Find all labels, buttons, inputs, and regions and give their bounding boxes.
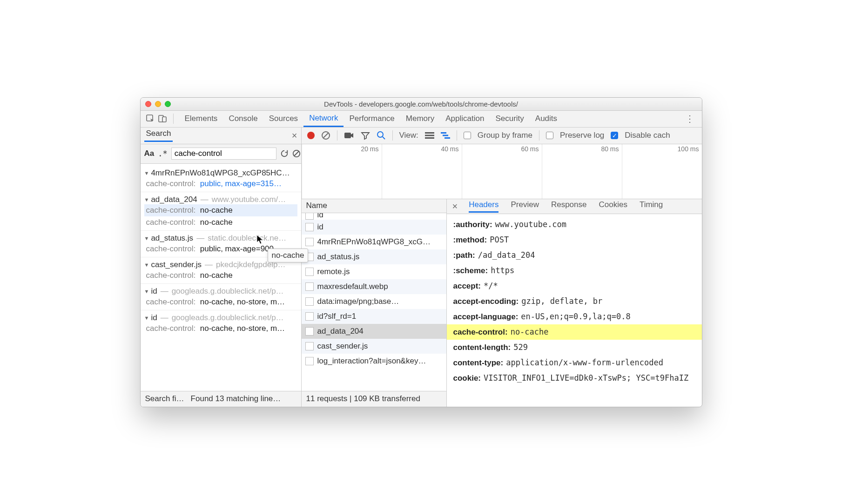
- request-details: × HeadersPreviewResponseCookiesTiming :a…: [447, 199, 702, 407]
- tab-performance[interactable]: Performance: [344, 110, 400, 127]
- request-row[interactable]: 4mrRnEPnWo81qWPG8_xcG…: [302, 235, 446, 249]
- camera-icon[interactable]: [344, 131, 354, 140]
- window-title: DevTools - developers.google.com/web/too…: [145, 100, 697, 108]
- tab-memory[interactable]: Memory: [400, 110, 440, 127]
- search-result-file[interactable]: ▼ id—googleads.g.doubleclick.net/p…: [144, 313, 297, 323]
- search-result-file[interactable]: ▼ ad_data_204—www.youtube.com/…: [144, 195, 297, 204]
- filter-icon[interactable]: [361, 131, 370, 140]
- group-by-frame-label: Group by frame: [478, 131, 532, 140]
- device-toggle-icon[interactable]: [157, 114, 168, 124]
- network-toolbar: View: Group by frame Preserve log ✓ Disa…: [302, 128, 702, 144]
- tab-audits[interactable]: Audits: [530, 110, 563, 127]
- network-lower: Name idid4mrRnEPnWo81qWPG8_xcG…ad_status…: [302, 199, 702, 407]
- header-row[interactable]: accept-language:en-US,en;q=0.9,la;q=0.8: [447, 309, 702, 324]
- header-row[interactable]: cache-control:no-cache: [447, 324, 702, 340]
- cursor-icon: [256, 235, 264, 245]
- minimize-button[interactable]: [155, 101, 161, 107]
- detail-tab-response[interactable]: Response: [551, 200, 587, 213]
- request-rows[interactable]: idid4mrRnEPnWo81qWPG8_xcG…ad_status.jsre…: [302, 213, 446, 391]
- search-result-file[interactable]: ▼ id—googleads.g.doubleclick.net/p…: [144, 287, 297, 296]
- tab-elements[interactable]: Elements: [179, 110, 223, 127]
- record-icon[interactable]: [307, 132, 315, 139]
- tab-security[interactable]: Security: [490, 110, 529, 127]
- file-icon: [305, 223, 314, 231]
- request-row[interactable]: id?slf_rd=1: [302, 309, 446, 324]
- svg-rect-14: [443, 135, 448, 136]
- timeline-tick: 60 ms: [521, 145, 539, 153]
- search-result-line[interactable]: cache-control: no-cache: [144, 269, 297, 282]
- match-case-icon[interactable]: Aa: [144, 149, 155, 158]
- search-results[interactable]: ▼ 4mrRnEPnWo81qWPG8_xcGP85HC…cache-contr…: [141, 164, 301, 391]
- view-waterfall-icon[interactable]: [441, 132, 450, 139]
- refresh-icon[interactable]: [280, 149, 289, 158]
- svg-line-6: [323, 133, 328, 138]
- maximize-button[interactable]: [165, 101, 171, 107]
- detail-tab-preview[interactable]: Preview: [511, 200, 539, 213]
- header-row[interactable]: :path:/ad_data_204: [447, 248, 702, 263]
- network-panel: View: Group by frame Preserve log ✓ Disa…: [302, 128, 702, 407]
- request-row[interactable]: log_interaction?alt=json&key…: [302, 354, 446, 369]
- headers-body[interactable]: :authority:www.youtube.com:method:POST:p…: [447, 214, 702, 407]
- header-row[interactable]: content-length:529: [447, 340, 702, 355]
- clear-icon[interactable]: [321, 131, 330, 140]
- close-detail-icon[interactable]: ×: [452, 201, 458, 212]
- search-input[interactable]: [171, 148, 276, 160]
- request-row[interactable]: data:image/png;base…: [302, 294, 446, 309]
- tab-application[interactable]: Application: [440, 110, 490, 127]
- disable-cache-checkbox[interactable]: ✓: [611, 132, 618, 139]
- search-tab-label[interactable]: Search: [144, 129, 173, 142]
- search-result-file[interactable]: ▼ ad_status.js—static.doubleclick.ne…: [144, 234, 297, 243]
- devtools-tabs: ElementsConsoleSourcesNetworkPerformance…: [141, 111, 702, 128]
- group-by-frame-checkbox[interactable]: [464, 132, 471, 139]
- svg-rect-13: [441, 132, 446, 134]
- search-result-line[interactable]: cache-control: public, max-age=315…: [144, 178, 297, 190]
- search-result-line[interactable]: cache-control: no-cache: [144, 204, 297, 216]
- tab-network[interactable]: Network: [303, 110, 344, 127]
- request-row[interactable]: id: [302, 220, 446, 235]
- search-header: Search ×: [141, 128, 301, 144]
- detail-tab-headers[interactable]: Headers: [469, 200, 498, 213]
- tab-sources[interactable]: Sources: [263, 110, 303, 127]
- svg-rect-7: [344, 133, 351, 138]
- svg-rect-2: [162, 117, 166, 122]
- request-row[interactable]: id: [302, 213, 446, 220]
- request-row[interactable]: remote.js: [302, 264, 446, 279]
- clear-icon[interactable]: [292, 149, 301, 158]
- header-row[interactable]: accept:*/*: [447, 278, 702, 294]
- request-row[interactable]: ad_data_204: [302, 324, 446, 339]
- view-label: View:: [399, 131, 418, 140]
- regex-icon[interactable]: .*: [158, 149, 167, 158]
- detail-tab-cookies[interactable]: Cookies: [599, 200, 627, 213]
- close-button[interactable]: [145, 101, 151, 107]
- timeline[interactable]: 20 ms40 ms60 ms80 ms100 ms: [302, 144, 702, 199]
- svg-line-4: [294, 152, 298, 156]
- tab-console[interactable]: Console: [223, 110, 263, 127]
- search-icon[interactable]: [377, 131, 386, 140]
- header-row[interactable]: accept-encoding:gzip, deflate, br: [447, 294, 702, 309]
- header-row[interactable]: content-type:application/x-www-form-urle…: [447, 355, 702, 370]
- request-list: Name idid4mrRnEPnWo81qWPG8_xcG…ad_status…: [302, 199, 447, 407]
- header-row[interactable]: :authority:www.youtube.com: [447, 217, 702, 232]
- close-icon[interactable]: ×: [292, 130, 297, 141]
- preserve-log-checkbox[interactable]: [546, 132, 553, 139]
- name-column-header[interactable]: Name: [302, 199, 446, 213]
- search-result-line[interactable]: cache-control: no-cache, no-store, m…: [144, 296, 297, 308]
- request-row[interactable]: maxresdefault.webp: [302, 279, 446, 294]
- disable-cache-label: Disable cach: [625, 131, 670, 140]
- search-footer: Search fi… Found 13 matching line…: [141, 391, 301, 407]
- search-result-line[interactable]: cache-control: no-cache, no-store, m…: [144, 323, 297, 335]
- header-row[interactable]: cookie:VISITOR_INFO1_LIVE=dDk0-xTswPs; Y…: [447, 370, 702, 386]
- footer-left: Search fi…: [145, 394, 184, 403]
- header-row[interactable]: :scheme:https: [447, 263, 702, 278]
- view-list-icon[interactable]: [425, 132, 434, 139]
- detail-tab-timing[interactable]: Timing: [640, 200, 663, 213]
- inspect-icon[interactable]: [145, 114, 155, 124]
- detail-tabs: × HeadersPreviewResponseCookiesTiming: [447, 199, 702, 214]
- header-row[interactable]: :method:POST: [447, 232, 702, 248]
- search-result-file[interactable]: ▼ 4mrRnEPnWo81qWPG8_xcGP85HC…: [144, 168, 297, 178]
- kebab-menu-icon[interactable]: ⋮: [682, 113, 697, 124]
- tabs-row: ElementsConsoleSourcesNetworkPerformance…: [179, 110, 563, 127]
- search-result-line[interactable]: cache-control: no-cache: [144, 216, 297, 228]
- request-row[interactable]: cast_sender.js: [302, 339, 446, 354]
- request-row[interactable]: ad_status.js: [302, 249, 446, 264]
